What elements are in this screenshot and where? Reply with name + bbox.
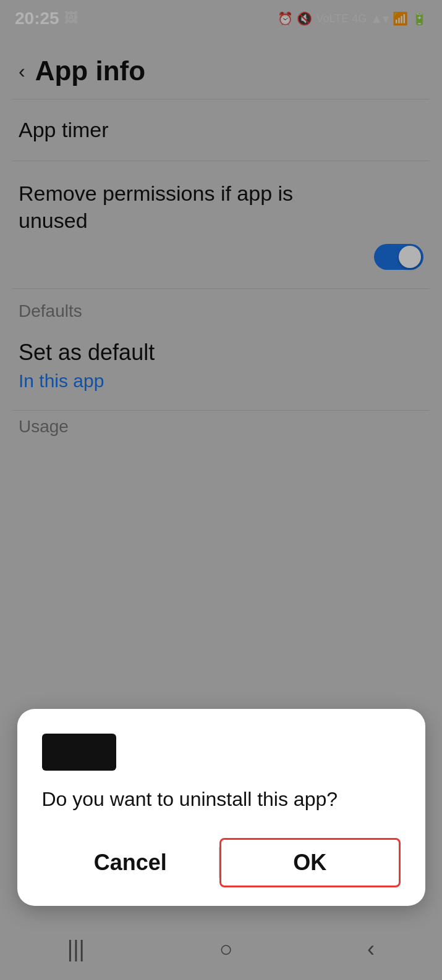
dialog-overlay: Do you want to uninstall this app? Cance… bbox=[0, 0, 442, 980]
uninstall-dialog: Do you want to uninstall this app? Cance… bbox=[17, 709, 425, 906]
dialog-message: Do you want to uninstall this app? bbox=[42, 785, 401, 813]
dialog-app-icon bbox=[42, 734, 116, 771]
dialog-buttons: Cancel OK bbox=[42, 838, 401, 887]
ok-button[interactable]: OK bbox=[219, 838, 401, 887]
cancel-button[interactable]: Cancel bbox=[42, 840, 219, 886]
